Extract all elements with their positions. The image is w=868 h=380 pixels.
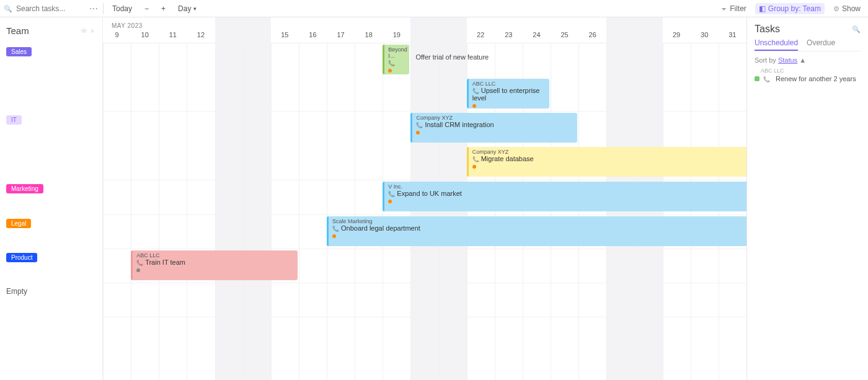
task-card[interactable]: ABC LLCUpsell to enterprise level: [467, 79, 549, 108]
date-cell: 30: [691, 31, 719, 43]
task-overflow-label[interactable]: Offer trial of new feature: [413, 52, 491, 62]
task-card[interactable]: Company XYZMigrate database: [467, 147, 746, 177]
task-card[interactable]: Beyond I...: [383, 45, 409, 74]
filter-label: Filter: [730, 4, 746, 13]
group-row: Legal: [0, 215, 102, 249]
task-status-dot: [472, 165, 476, 169]
date-cell: 12: [187, 31, 215, 43]
date-cell: 10: [131, 31, 159, 43]
timeline-lane: ABC LLCTrain IT team: [103, 249, 746, 283]
date-cell: 25: [551, 31, 578, 43]
task-status-dot: [472, 104, 476, 108]
filter-icon: [721, 4, 727, 13]
show-label: Show: [842, 4, 861, 13]
panel-search-icon[interactable]: [852, 25, 861, 33]
tasks-panel: Tasks UnscheduledOverdue Sort by Status …: [746, 17, 868, 380]
task-card[interactable]: Scale MarketingOnboard legal department: [327, 216, 746, 246]
date-cell: 15: [271, 31, 299, 43]
group-row: IT: [0, 112, 102, 180]
date-cell: 19: [383, 31, 410, 43]
filter-button[interactable]: Filter: [717, 3, 750, 14]
date-cell: 11: [159, 31, 187, 43]
view-range-dropdown[interactable]: Day ▾: [174, 3, 200, 14]
date-cell: 31: [719, 31, 746, 43]
unscheduled-title: Renew for another 2 years: [776, 75, 856, 82]
timeline-lane: Scale MarketingOnboard legal department: [103, 215, 746, 249]
task-client: Company XYZ: [472, 149, 746, 155]
task-status-dot: [332, 234, 336, 238]
phone-icon: [763, 75, 772, 82]
task-title: Onboard legal department: [332, 224, 420, 232]
groupby-icon: ◧: [759, 4, 766, 13]
sort-control[interactable]: Sort by Status ▲: [755, 56, 861, 64]
task-title: Migrate database: [472, 155, 534, 162]
task-status-dot: [136, 268, 140, 272]
timeline-lane: Company XYZInstall CRM integrationCompan…: [103, 112, 746, 180]
search-input[interactable]: [16, 4, 84, 13]
groupby-label: Group by: Team: [768, 4, 821, 13]
date-cell: 22: [467, 31, 495, 43]
today-button[interactable]: Today: [108, 3, 136, 14]
unscheduled-client: ABC LLC: [761, 68, 861, 74]
unscheduled-task[interactable]: ABC LLCRenew for another 2 years: [755, 68, 861, 82]
task-status-dot: [388, 200, 392, 203]
sort-label: Sort by: [755, 56, 776, 64]
date-cell: 26: [578, 31, 606, 43]
group-pill[interactable]: Sales: [6, 47, 32, 56]
zoom-out-button[interactable]: −: [141, 3, 153, 14]
date-cell: 29: [663, 31, 691, 43]
panel-tab[interactable]: Overdue: [807, 38, 835, 51]
task-card[interactable]: V Inc.Expand to UK market: [383, 182, 746, 211]
group-row: Sales: [0, 43, 102, 112]
task-client: ABC LLC: [136, 252, 294, 258]
gear-icon: [833, 4, 839, 13]
timeline[interactable]: MAY 2023 9101112131415161718192021222324…: [103, 17, 746, 380]
timeline-lane: V Inc.Expand to UK market: [103, 180, 746, 215]
timeline-lane: [103, 283, 746, 317]
task-card[interactable]: ABC LLCTrain IT team: [131, 250, 298, 280]
task-client: Scale Marketing: [332, 218, 746, 224]
task-client: Company XYZ: [416, 115, 574, 121]
date-cell: 18: [355, 31, 383, 43]
task-title: Train IT team: [136, 258, 185, 266]
panel-title: Tasks: [755, 24, 780, 35]
date-cell: 23: [495, 31, 523, 43]
group-header: Team: [0, 17, 102, 43]
group-pill[interactable]: IT: [6, 115, 22, 125]
task-title: Upsell to enterprise level: [472, 87, 540, 102]
group-pill[interactable]: Marketing: [6, 184, 43, 193]
group-pill[interactable]: Legal: [6, 219, 31, 228]
view-range-label: Day: [178, 4, 191, 13]
task-client: Beyond I...: [388, 46, 405, 59]
date-cell: 17: [327, 31, 355, 43]
task-client: ABC LLC: [472, 81, 546, 87]
group-row: Marketing: [0, 180, 102, 215]
show-button[interactable]: Show: [830, 3, 864, 14]
status-square-icon: [755, 76, 760, 81]
timeline-lane: Beyond I...Offer trial of new featureABC…: [103, 43, 746, 112]
month-label: MAY 2023: [112, 22, 143, 29]
divider: [103, 3, 104, 14]
group-pill[interactable]: Product: [6, 253, 37, 262]
task-title: Expand to UK market: [388, 190, 462, 197]
date-cell: 24: [523, 31, 551, 43]
zoom-in-button[interactable]: +: [157, 3, 169, 14]
groupby-button[interactable]: ◧ Group by: Team: [755, 3, 825, 14]
sort-value: Status: [778, 56, 797, 64]
task-title: Install CRM integration: [416, 121, 494, 128]
group-title: Team: [6, 25, 29, 36]
visibility-icon[interactable]: [81, 26, 87, 35]
collapse-icon[interactable]: [91, 26, 95, 35]
task-title: [388, 59, 397, 66]
task-client: V Inc.: [388, 183, 746, 190]
group-row: Empty: [0, 283, 102, 317]
group-row: Product: [0, 249, 102, 283]
more-icon[interactable]: [89, 4, 98, 14]
chevron-down-icon: ▾: [193, 6, 197, 12]
group-sidebar: Team SalesITMarketingLegalProductEmpty: [0, 17, 103, 380]
search-icon: [4, 4, 12, 13]
task-card[interactable]: Company XYZInstall CRM integration: [410, 113, 577, 143]
date-cell: 9: [103, 31, 131, 43]
panel-tab[interactable]: Unscheduled: [755, 38, 798, 51]
task-status-dot: [388, 69, 392, 73]
